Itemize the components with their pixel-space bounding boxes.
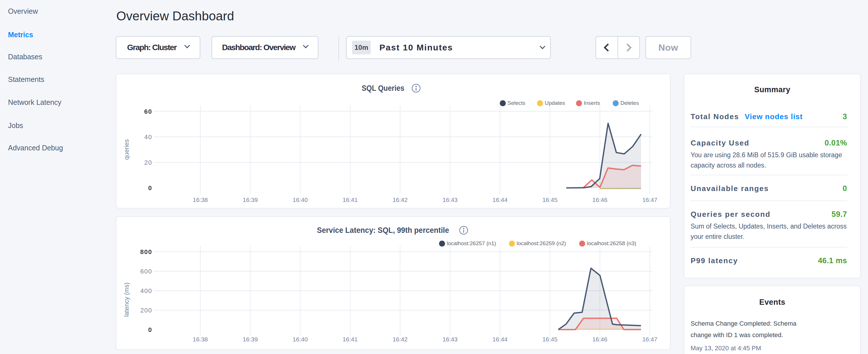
svg-text:16:44: 16:44	[493, 196, 508, 203]
svg-text:16:43: 16:43	[442, 336, 458, 343]
svg-text:queries: queries	[123, 139, 130, 160]
svg-text:800: 800	[140, 248, 152, 255]
svg-text:0: 0	[148, 185, 152, 192]
svg-text:16:38: 16:38	[193, 336, 208, 343]
svg-text:60: 60	[144, 108, 152, 115]
svg-text:16:44: 16:44	[493, 336, 508, 343]
svg-text:20: 20	[145, 159, 152, 166]
svg-text:16:41: 16:41	[343, 196, 358, 203]
svg-text:16:45: 16:45	[542, 196, 558, 203]
svg-text:16:43: 16:43	[442, 196, 458, 203]
svg-text:16:47: 16:47	[642, 336, 657, 343]
svg-text:16:42: 16:42	[393, 196, 408, 203]
svg-text:600: 600	[141, 268, 152, 275]
svg-text:latency (ms): latency (ms)	[123, 282, 130, 317]
svg-text:16:40: 16:40	[292, 196, 308, 203]
svg-text:16:46: 16:46	[592, 196, 608, 203]
svg-text:16:41: 16:41	[343, 336, 358, 343]
svg-text:16:40: 16:40	[292, 336, 308, 343]
svg-text:40: 40	[145, 133, 152, 141]
svg-text:400: 400	[141, 287, 152, 294]
svg-text:16:38: 16:38	[193, 196, 208, 203]
svg-text:16:45: 16:45	[542, 336, 558, 343]
svg-text:16:47: 16:47	[642, 196, 657, 203]
svg-text:16:39: 16:39	[243, 196, 258, 203]
svg-text:16:42: 16:42	[393, 336, 408, 343]
svg-text:16:46: 16:46	[592, 336, 608, 343]
svg-text:200: 200	[141, 307, 152, 314]
svg-text:16:39: 16:39	[243, 336, 258, 343]
svg-text:0: 0	[148, 326, 152, 333]
